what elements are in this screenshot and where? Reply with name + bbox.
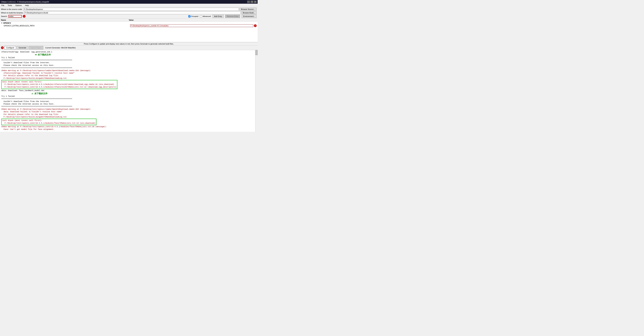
title-bar: CMake 3.19.0-rc1 - F:/Desktop/test/openc… — [0, 0, 258, 4]
output-line: Try 1 failed — [1, 56, 254, 59]
menu-options[interactable]: Options — [14, 4, 22, 7]
name-column-header: Name — [1, 19, 129, 21]
output-line: xfeatures2d/vgg: Download: vgg_generated… — [1, 51, 254, 53]
entry-value-input-extra-modules[interactable] — [130, 24, 253, 27]
generator-text: Current Generator: MinGW Makefiles — [45, 47, 76, 49]
config-group-opencv: ▼ OPENCV OPENCV_EXTRA_MODULES_PATH 2 — [0, 22, 258, 28]
browse-source-button[interactable]: Browse Source... — [240, 8, 256, 11]
step-badge-3: 3 — [1, 46, 4, 49]
output-line: Please check the Internet access on this… — [1, 64, 254, 67]
remove-entry-button[interactable]: Remove Entry — [225, 15, 240, 18]
entry-name-extra-modules: OPENCV_EXTRA_MODULES_PATH — [4, 25, 130, 27]
output-line: F:/Desktop/test/opencv/build_mingw64/CMa… — [1, 116, 254, 118]
output-area[interactable]: xfeatures2d/vgg: Download: vgg_generated… — [0, 50, 255, 132]
group-name: OPENCV — [3, 22, 11, 24]
call-stack-box: Call Stack (most recent call first): F:/… — [1, 80, 118, 89]
binaries-input[interactable] — [24, 11, 241, 14]
call-stack-line: F:/Desktop/test/opencv_contrib-4.5.1/mod… — [2, 86, 116, 88]
output-container: xfeatures2d/vgg: Download: vgg_generated… — [0, 50, 258, 132]
window-title: CMake 3.19.0-rc1 - F:/Desktop/test/openc… — [1, 1, 247, 3]
output-line: Couldn't download files from the Interne… — [1, 62, 254, 64]
config-entry-extra-modules: OPENCV_EXTRA_MODULES_PATH 2 — [1, 24, 256, 27]
grouped-checkbox-label[interactable]: Grouped — [188, 15, 198, 18]
output-line: Couldn't download files from the Interne… — [1, 100, 254, 103]
checkbox-group: Grouped Advanced Add Entry Remove Entry … — [188, 15, 256, 18]
call-stack-box: Call Stack (most recent call first): F:/… — [1, 119, 96, 125]
config-table-header: Name Value — [0, 19, 258, 22]
output-line: CMake Warning at F:/Desktop/test/opencv/… — [1, 108, 254, 111]
toolbar: Where is the source code: Browse Source.… — [0, 7, 258, 19]
search-label: Search: — [1, 15, 8, 17]
download-annotation-text-2: 未下载的文件 — [34, 92, 48, 95]
output-line: ========================================… — [1, 59, 254, 62]
call-stack-line: Call Stack (most recent call first): — [2, 119, 96, 122]
search-input[interactable] — [8, 15, 22, 18]
generate-button[interactable]: Generate — [17, 46, 28, 49]
config-table: Name Value ▼ OPENCV OPENCV_EXTRA_MODULES… — [0, 19, 258, 42]
add-entry-button[interactable]: Add Entry — [212, 15, 224, 18]
search-row: Search: 1 Grouped Advanced Add Entry Rem… — [1, 15, 256, 18]
binaries-label: Where to build the binaries: — [1, 12, 24, 14]
download-annotation-2: ↙ 未下载的文件 — [32, 92, 254, 95]
output-line: CMake Warning at F:/Desktop/test/opencv_… — [1, 125, 254, 128]
restore-button[interactable]: ❐ — [250, 1, 253, 3]
menu-file[interactable]: File — [1, 4, 5, 7]
menu-tools[interactable]: Tools — [7, 4, 13, 7]
source-label: Where is the source code: — [1, 8, 23, 10]
advanced-label: Advanced — [202, 15, 211, 17]
download-annotation-text-1: 未下载的文件 — [38, 53, 51, 56]
scrollbar-thumb[interactable] — [256, 50, 258, 55]
bottom-toolbar: 3 Configure Generate Open Project Curren… — [0, 46, 258, 50]
output-line: ========================================… — [1, 98, 254, 100]
binaries-row: Where to build the binaries: Browse Buil… — [1, 11, 256, 14]
output-line: Please check the Internet access on this… — [1, 103, 254, 105]
output-line: xfeatures2d/vgg: Download failed: 6;"Cou… — [1, 72, 254, 74]
step-badge-2: 2 — [254, 24, 256, 27]
output-line: ========================================… — [1, 67, 254, 69]
config-group-opencv-header: ▼ OPENCV — [1, 22, 256, 24]
grouped-label: Grouped — [191, 15, 198, 17]
status-text: Press Configure to update and display ne… — [84, 43, 174, 45]
window-controls: — ❐ ✕ — [247, 1, 256, 3]
output-line: ========================================… — [1, 105, 254, 108]
group-collapse-icon[interactable]: ▼ — [1, 22, 2, 24]
menu-help[interactable]: Help — [24, 4, 30, 7]
grouped-checkbox[interactable] — [188, 15, 190, 18]
close-button[interactable]: ✕ — [254, 1, 256, 3]
status-bar: Press Configure to update and display ne… — [0, 42, 258, 46]
scrollbar-track[interactable] — [255, 50, 258, 132]
output-line: data: Download: face_landmark_model.dat — [1, 89, 254, 92]
configure-button[interactable]: Configure — [4, 46, 16, 49]
minimize-button[interactable]: — — [247, 1, 250, 3]
output-line: F:/Desktop/test/opencv/build_mingw64/CMa… — [1, 77, 254, 80]
call-stack-line: Call Stack (most recent call first): — [2, 81, 116, 83]
source-input[interactable] — [24, 8, 239, 11]
output-line: data: Download failed: 6;"Couldn't resol… — [1, 111, 254, 113]
call-stack-line: F:/Desktop/test/opencv_contrib-4.5.1/mod… — [2, 83, 116, 86]
output-line: CMake Warning at F:/Desktop/test/opencv/… — [1, 69, 254, 72]
output-line: Try 1 failed — [1, 95, 254, 98]
download-annotation-1: ➡ 未下载的文件 — [35, 53, 254, 56]
advanced-checkbox[interactable] — [200, 15, 202, 18]
output-line: Face: Can't get model file for face alig… — [1, 128, 254, 131]
entry-value-extra-modules[interactable]: 2 — [130, 24, 256, 27]
step-badge-1: 1 — [23, 15, 26, 18]
environment-button[interactable]: Environment... — [242, 15, 256, 18]
advanced-checkbox-label[interactable]: Advanced — [200, 15, 211, 18]
browse-build-button[interactable]: Browse Build... — [241, 11, 256, 14]
call-stack-line: F:/Desktop/test/opencv_contrib-4.5.1/mod… — [2, 122, 96, 124]
menu-bar: File Tools Options Help — [0, 4, 258, 7]
source-row: Where is the source code: Browse Source.… — [1, 8, 256, 11]
output-line: For details please refer to the download… — [1, 113, 254, 116]
value-column-header: Value — [129, 19, 256, 21]
open-project-button[interactable]: Open Project — [29, 46, 43, 49]
output-line: For details please refer to the download… — [1, 74, 254, 77]
